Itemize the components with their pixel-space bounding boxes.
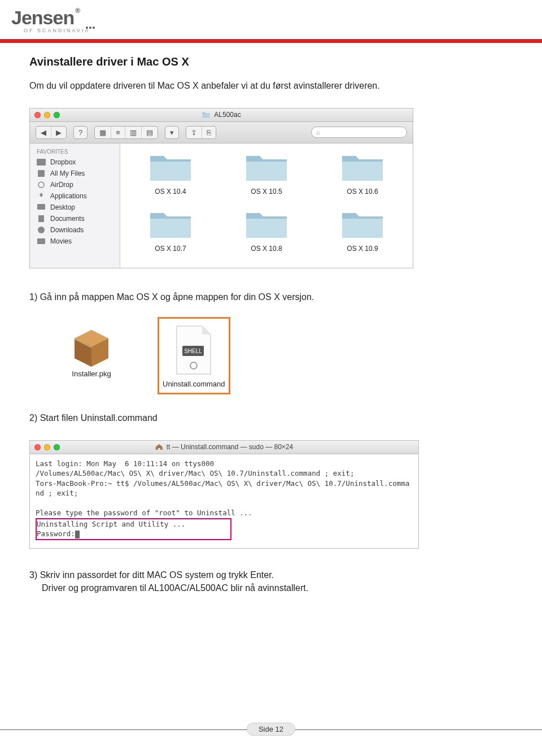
page-title: Avinstallere driver i Mac OS X — [29, 55, 513, 68]
page-number: Side 12 — [247, 723, 295, 736]
sidebar-label: Downloads — [50, 226, 84, 234]
nav-buttons: ◀ ▶ — [36, 126, 67, 139]
close-icon[interactable] — [34, 444, 41, 450]
minimize-icon[interactable] — [44, 112, 50, 118]
path-button[interactable]: ? — [73, 126, 88, 139]
finder-title: AL500ac — [202, 111, 241, 119]
allfiles-icon — [37, 170, 46, 177]
sidebar-item-downloads[interactable]: Downloads — [30, 224, 120, 236]
dropbox-icon — [37, 158, 46, 166]
zoom-icon[interactable] — [54, 112, 60, 118]
highlighted-line: Uninstalling Script and Utility ... Pass… — [36, 518, 231, 540]
terminal-window: tt — Uninstall.command — sudo — 80×24 La… — [29, 440, 419, 549]
folder-osx104[interactable]: OS X 10.4 — [128, 151, 213, 203]
folder-label: OS X 10.4 — [155, 188, 186, 195]
folder-icon — [202, 111, 211, 119]
tag-button[interactable]: ⎘ — [202, 127, 216, 138]
view-buttons: ▦ ≡ ▥ ▤ — [94, 126, 158, 139]
document-header: Jensen® OF SCANDINAVIA — [0, 0, 542, 37]
term-line: /Volumes/AL500ac/Mac\ OS\ X\ driver/Mac\… — [36, 469, 354, 477]
folder-osx108[interactable]: OS X 10.8 — [224, 208, 309, 260]
minimize-icon[interactable] — [44, 444, 50, 450]
finder-title-text: AL500ac — [214, 111, 241, 119]
arrange-button[interactable]: ▾ — [165, 127, 178, 138]
uninstall-command-file[interactable]: SHELL Uninstall.command — [159, 319, 229, 393]
term-line: Last login: Mon May 6 10:11:14 on ttys00… — [36, 459, 214, 468]
sidebar-item-allfiles[interactable]: All My Files — [30, 168, 120, 179]
installer-pkg-file[interactable]: Installer.pkg — [63, 319, 120, 393]
forward-button[interactable]: ▶ — [51, 127, 66, 138]
terminal-title: tt — Uninstall.command — sudo — 80×24 — [155, 443, 293, 451]
movies-icon — [37, 237, 46, 245]
search-input[interactable]: ⌕ — [311, 127, 407, 138]
share-button[interactable]: ⇪ — [186, 127, 202, 138]
list-view-button[interactable]: ≡ — [111, 127, 125, 138]
back-button[interactable]: ◀ — [36, 127, 51, 138]
folder-osx106[interactable]: OS X 10.6 — [320, 151, 405, 203]
folder-osx105[interactable]: OS X 10.5 — [224, 151, 309, 203]
sidebar-item-desktop[interactable]: Desktop — [30, 202, 120, 213]
folder-icon — [244, 151, 289, 184]
desktop-icon — [37, 203, 46, 211]
finder-titlebar: AL500ac — [30, 108, 413, 122]
brand-name: Jensen — [11, 7, 74, 28]
intro-paragraph: Om du vil oppdatere driveren til Mac OS … — [29, 80, 513, 92]
svg-rect-4 — [38, 215, 44, 222]
terminal-body[interactable]: Last login: Mon May 6 10:11:14 on ttys00… — [30, 454, 418, 548]
term-line: Please type the password of "root" to Un… — [36, 509, 252, 517]
term-line: Uninstalling Script and Utility ... — [37, 520, 185, 528]
svg-point-2 — [38, 182, 44, 188]
shell-file-icon: SHELL — [168, 323, 219, 380]
folder-icon — [148, 208, 193, 241]
page-footer: Side 12 — [0, 723, 542, 736]
folder-osx109[interactable]: OS X 10.9 — [320, 208, 405, 260]
sidebar-label: Applications — [50, 192, 87, 200]
file-label: Uninstall.command — [163, 380, 225, 388]
package-icon — [63, 319, 120, 370]
coverflow-view-button[interactable]: ▤ — [142, 127, 158, 138]
cursor-icon — [75, 531, 80, 538]
arrange-buttons: ▾ — [165, 126, 179, 139]
terminal-titlebar: tt — Uninstall.command — sudo — 80×24 — [30, 441, 418, 454]
folder-label: OS X 10.8 — [251, 245, 282, 253]
downloads-icon — [37, 226, 46, 234]
registered-mark: ® — [75, 7, 80, 15]
documents-icon — [37, 215, 46, 223]
sidebar-item-movies[interactable]: Movies — [30, 236, 120, 247]
file-label: Installer.pkg — [72, 370, 111, 378]
folder-osx107[interactable]: OS X 10.7 — [128, 208, 213, 260]
close-icon[interactable] — [34, 112, 41, 118]
window-controls — [34, 112, 60, 118]
file-icons-row: Installer.pkg SHELL Uninstall.command — [63, 319, 513, 393]
sidebar-label: Dropbox — [50, 158, 76, 166]
sidebar-section-header: FAVORITES — [30, 147, 120, 157]
sidebar-item-dropbox[interactable]: Dropbox — [30, 157, 120, 168]
folder-icon — [340, 151, 385, 184]
sidebar-label: Movies — [50, 237, 72, 245]
terminal-title-text: tt — Uninstall.command — sudo — 80×24 — [167, 443, 293, 451]
icon-view-button[interactable]: ▦ — [95, 127, 111, 138]
airdrop-icon — [37, 181, 46, 189]
svg-rect-3 — [37, 204, 45, 210]
brand-logo: Jensen® — [11, 7, 531, 29]
window-controls — [34, 444, 60, 450]
term-line: Password: — [37, 529, 75, 538]
zoom-icon[interactable] — [54, 444, 60, 450]
sidebar-label: AirDrop — [50, 181, 73, 189]
column-view-button[interactable]: ▥ — [125, 127, 142, 138]
term-line: Tors-MacBook-Pro:~ tt$ /Volumes/AL500ac/… — [36, 479, 409, 498]
sidebar-label: Documents — [50, 215, 85, 223]
folder-pane: OS X 10.4 OS X 10.5 OS X 10.6 OS X 10.7 … — [120, 144, 413, 268]
header-divider — [0, 39, 542, 43]
action-buttons: ⇪ ⎘ — [186, 126, 216, 139]
sidebar-item-applications[interactable]: Applications — [30, 190, 120, 202]
search-icon: ⌕ — [316, 128, 320, 136]
applications-icon — [37, 192, 46, 200]
folder-label: OS X 10.6 — [347, 188, 378, 195]
folder-icon — [340, 208, 385, 241]
sidebar-item-documents[interactable]: Documents — [30, 213, 120, 224]
finder-toolbar: ◀ ▶ ? ▦ ≡ ▥ ▤ ▾ ⇪ ⎘ ⌕ — [30, 122, 413, 144]
sidebar-item-airdrop[interactable]: AirDrop — [30, 179, 120, 190]
shell-badge-text: SHELL — [184, 348, 202, 354]
finder-window: AL500ac ◀ ▶ ? ▦ ≡ ▥ ▤ ▾ ⇪ ⎘ ⌕ — [29, 108, 413, 268]
